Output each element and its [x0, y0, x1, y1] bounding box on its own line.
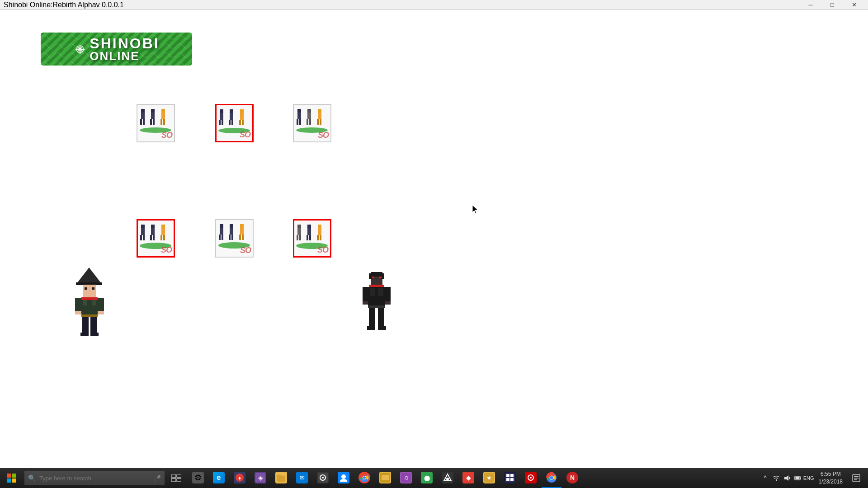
svg-rect-32: [297, 109, 301, 113]
taskbar-app-13[interactable]: [521, 468, 541, 488]
svg-rect-177: [795, 477, 799, 479]
task-view-icon: [171, 474, 181, 482]
shuriken-icon: [73, 42, 87, 56]
taskbar-app-3[interactable]: ✉: [292, 468, 312, 488]
taskbar-app-explorer[interactable]: [271, 468, 291, 488]
language-tray-icon[interactable]: ENG: [804, 468, 813, 488]
maximize-button[interactable]: □: [822, 0, 843, 10]
svg-rect-23: [230, 109, 233, 113]
taskbar-app-2[interactable]: ◈: [250, 468, 270, 488]
network-tray-icon[interactable]: [772, 468, 781, 488]
volume-tray-icon[interactable]: [783, 468, 792, 488]
svg-rect-11: [151, 113, 155, 119]
taskbar-app-9[interactable]: ⬤: [417, 468, 437, 488]
search-input[interactable]: [39, 475, 150, 482]
start-button[interactable]: [0, 468, 23, 488]
window-controls: ─ □ ✕: [800, 0, 864, 10]
svg-point-146: [363, 476, 366, 479]
clock-time: 6:55 PM: [821, 470, 841, 478]
svg-rect-163: [506, 478, 509, 481]
taskbar-app-chrome-green[interactable]: [354, 468, 374, 488]
search-bar[interactable]: 🔍 🎤: [24, 471, 165, 485]
taskbar-app-11[interactable]: ★: [479, 468, 499, 488]
svg-rect-33: [297, 113, 301, 119]
svg-rect-101: [90, 333, 99, 336]
svg-rect-74: [299, 235, 301, 240]
svg-rect-161: [506, 474, 509, 477]
notification-icon: [852, 474, 860, 482]
game-logo: SHINOBI ONLINE: [41, 33, 192, 66]
svg-rect-21: [219, 120, 221, 125]
icon-sprite-1-1: [139, 107, 173, 134]
svg-rect-61: [222, 235, 223, 240]
taskbar-app-edge[interactable]: e: [209, 468, 229, 488]
svg-rect-55: [160, 235, 162, 240]
svg-rect-63: [230, 228, 233, 235]
app-icon-2: ◈: [255, 472, 266, 483]
svg-rect-29: [239, 120, 241, 125]
power-tray-icon[interactable]: [793, 468, 802, 488]
svg-point-170: [550, 476, 553, 479]
svg-rect-112: [363, 287, 368, 301]
svg-rect-93: [75, 298, 81, 312]
svg-rect-148: [382, 475, 389, 480]
explorer-app-icon: [275, 472, 287, 483]
taskbar-app-8[interactable]: ♫: [396, 468, 416, 488]
svg-rect-8: [140, 119, 142, 125]
taskbar-app-10[interactable]: ◆: [458, 468, 478, 488]
search-icon: 🔍: [28, 474, 36, 482]
app-icon-red: N: [566, 472, 578, 483]
tray-expand-button[interactable]: ^: [761, 468, 770, 488]
taskbar-app-5[interactable]: [334, 468, 354, 488]
app-icon-4: [317, 472, 329, 483]
svg-rect-80: [318, 228, 321, 235]
taskbar-app-settings[interactable]: ⚙: [188, 468, 208, 488]
svg-rect-46: [141, 228, 145, 235]
svg-text:✉: ✉: [300, 474, 305, 481]
character-icon-1-2[interactable]: SO: [215, 104, 254, 142]
character-icon-2-1[interactable]: SO: [137, 219, 175, 258]
logo-text: SHINOBI ONLINE: [90, 35, 159, 63]
minimize-button[interactable]: ─: [800, 0, 821, 10]
taskbar-app-4[interactable]: [313, 468, 333, 488]
svg-rect-68: [239, 235, 241, 240]
svg-rect-48: [143, 235, 145, 240]
task-view-button[interactable]: [166, 468, 186, 488]
taskbar-app-7[interactable]: [375, 468, 395, 488]
mouse-cursor: [472, 205, 478, 213]
character-icon-1-1[interactable]: SO: [137, 104, 175, 142]
taskbar-app-unity[interactable]: [438, 468, 458, 488]
svg-rect-17: [163, 119, 165, 125]
taskbar-app-chrome-blue[interactable]: [542, 468, 561, 488]
svg-rect-22: [222, 120, 223, 125]
svg-rect-43: [320, 119, 321, 125]
character-icon-2-2[interactable]: SO: [215, 219, 254, 258]
close-button[interactable]: ✕: [844, 0, 864, 10]
svg-rect-104: [369, 273, 373, 279]
character-icon-2-3[interactable]: SO: [293, 219, 331, 258]
taskbar-app-12[interactable]: [500, 468, 520, 488]
svg-rect-129: [177, 479, 181, 482]
character-icon-1-3[interactable]: SO: [293, 104, 331, 142]
taskbar-app-red-circle[interactable]: N: [562, 468, 582, 488]
svg-rect-26: [231, 120, 233, 125]
svg-rect-95: [75, 311, 81, 314]
microphone-icon[interactable]: 🎤: [154, 475, 161, 482]
svg-rect-53: [161, 225, 165, 228]
taskbar-app-1[interactable]: ♦: [230, 468, 250, 488]
windows-logo-icon: [7, 474, 16, 483]
svg-rect-96: [98, 311, 104, 314]
so-watermark: SO: [318, 131, 329, 140]
svg-rect-40: [318, 109, 321, 113]
svg-point-155: [446, 478, 449, 480]
svg-text:◈: ◈: [258, 474, 263, 481]
svg-rect-173: [776, 479, 777, 481]
svg-rect-127: [177, 474, 181, 478]
app-icon-1: ♦: [234, 472, 245, 483]
app-icon-13: [525, 472, 537, 483]
system-clock[interactable]: 6:55 PM 1/23/2018: [815, 468, 846, 488]
notification-center-button[interactable]: [848, 468, 864, 488]
app-icon-8: ♫: [400, 472, 412, 483]
svg-rect-128: [171, 479, 176, 482]
svg-rect-59: [220, 228, 223, 235]
